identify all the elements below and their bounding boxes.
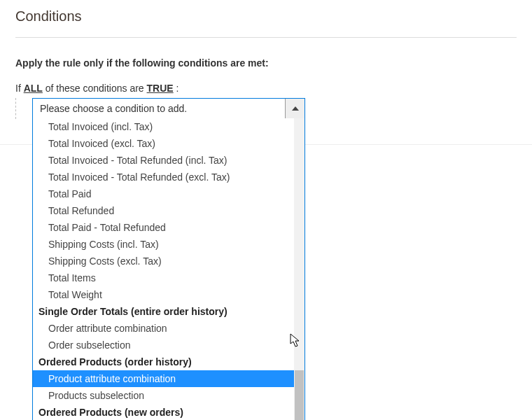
dropdown-option[interactable]: Total Invoiced - Total Refunded (incl. T… — [33, 152, 304, 169]
dropdown-option[interactable]: Total Invoiced (excl. Tax) — [33, 135, 304, 152]
dropdown-option[interactable]: Total Paid - Total Refunded — [33, 219, 304, 236]
conditions-section: Conditions Apply the rule only if the fo… — [0, 0, 532, 127]
dropdown-option[interactable]: Total Invoiced - Total Refunded (excl. T… — [33, 169, 304, 186]
optgroup-label: Single Order Totals (entire order histor… — [33, 303, 304, 320]
dropdown-option[interactable]: Total Weight — [33, 286, 304, 303]
optgroup-label: Ordered Products (new orders) — [33, 404, 304, 420]
dropdown-option[interactable]: Total Refunded — [33, 202, 304, 219]
dropdown-display[interactable]: Please choose a condition to add. — [33, 99, 285, 118]
dropdown-control[interactable]: Please choose a condition to add. — [32, 98, 305, 119]
dropdown-option[interactable]: Shipping Costs (incl. Tax) — [33, 236, 304, 253]
conditions-intro: Apply the rule only if the following con… — [15, 57, 517, 69]
rule-middle: of these conditions are — [43, 83, 147, 94]
rule-line: If ALL of these conditions are TRUE : — [15, 83, 517, 94]
rule-aggregator[interactable]: ALL — [24, 83, 43, 94]
dropdown-toggle[interactable] — [285, 99, 304, 118]
dropdown-option[interactable]: Shipping Costs (excl. Tax) — [33, 253, 304, 270]
condition-add-dropdown: Please choose a condition to add. Total … — [32, 98, 517, 119]
scrollbar-thumb[interactable] — [295, 370, 304, 420]
dropdown-option[interactable]: Total Paid — [33, 186, 304, 202]
dropdown-option[interactable]: Product attribute combination — [33, 370, 304, 387]
rule-value[interactable]: TRUE — [147, 83, 174, 94]
dropdown-option[interactable]: Order attribute combination — [33, 320, 304, 337]
rule-suffix: : — [174, 83, 179, 94]
optgroup-label: Ordered Products (order history) — [33, 354, 304, 370]
conditions-tree: Please choose a condition to add. Total … — [15, 98, 517, 119]
scrollbar[interactable] — [294, 118, 304, 420]
dropdown-list: Total Invoiced (incl. Tax)Total Invoiced… — [32, 118, 305, 420]
chevron-up-icon — [292, 106, 299, 111]
section-title: Conditions — [15, 8, 517, 38]
dropdown-option[interactable]: Total Items — [33, 270, 304, 286]
rule-prefix: If — [15, 83, 24, 94]
dropdown-option[interactable]: Total Invoiced (incl. Tax) — [33, 118, 304, 135]
dropdown-options: Total Invoiced (incl. Tax)Total Invoiced… — [33, 118, 304, 420]
dropdown-option[interactable]: Products subselection — [33, 387, 304, 404]
dropdown-option[interactable]: Order subselection — [33, 337, 304, 354]
